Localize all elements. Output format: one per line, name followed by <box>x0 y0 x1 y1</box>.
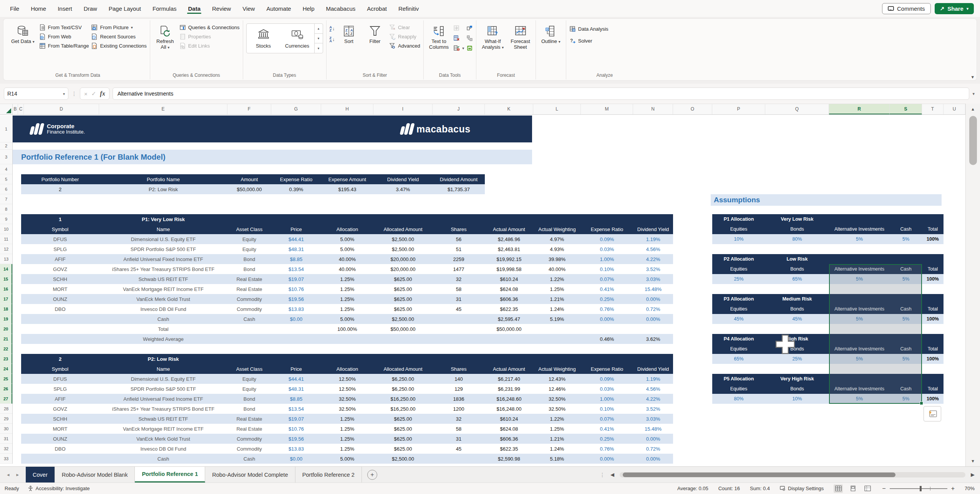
cell[interactable]: 39.98% <box>533 254 581 264</box>
sheet-tab[interactable]: Cover <box>26 467 55 482</box>
cell[interactable]: 1.00% <box>581 394 633 404</box>
menu-tab[interactable]: Formulas <box>148 2 181 15</box>
cell[interactable]: 0.00% <box>581 454 633 464</box>
cell[interactable]: 0.10% <box>581 264 633 274</box>
column-header[interactable]: T <box>922 104 944 114</box>
gallery-more-button[interactable]: ▾ <box>315 43 323 53</box>
table-header-cell[interactable]: Actual Weighting <box>533 224 581 234</box>
cell[interactable]: Total <box>99 324 227 334</box>
cell[interactable] <box>922 254 944 264</box>
table-header-cell[interactable]: Dividend Yield <box>373 174 433 184</box>
currencies-button[interactable]: Currencies <box>280 24 314 53</box>
cell[interactable]: 1.24% <box>533 304 581 314</box>
cell[interactable]: 0.76% <box>581 304 633 314</box>
cell[interactable]: $0.00 <box>271 454 321 464</box>
cell[interactable]: $19.56 <box>271 294 321 304</box>
table-header-cell[interactable]: Name <box>99 364 227 374</box>
allocation-name-cell[interactable]: P4 Allocation <box>712 334 765 344</box>
cell[interactable]: Commodity <box>227 304 271 314</box>
menu-tab[interactable]: Home <box>26 2 51 15</box>
cell[interactable]: 32.50% <box>321 394 373 404</box>
row-header[interactable]: 16 <box>0 284 12 294</box>
cell[interactable]: $625.00 <box>373 304 433 314</box>
cell[interactable]: 0.07% <box>581 274 633 284</box>
cell[interactable]: 1.25% <box>321 284 373 294</box>
cell[interactable]: 0.00% <box>633 454 673 464</box>
cell[interactable]: 4.22% <box>633 254 673 264</box>
row-header[interactable]: 19 <box>0 314 12 324</box>
zoom-slider[interactable] <box>890 488 947 489</box>
menu-tab[interactable]: Insert <box>53 2 77 15</box>
cell[interactable]: $20,000.00 <box>373 254 433 264</box>
row-header[interactable]: 24 <box>0 364 12 374</box>
cell[interactable]: 45% <box>712 314 765 324</box>
table-header-cell[interactable]: Dividend Amount <box>433 174 485 184</box>
cell[interactable] <box>922 334 944 344</box>
cell[interactable]: Anfield Universal Fixed Income ETF <box>99 254 227 264</box>
cell[interactable]: 0.46% <box>581 334 633 344</box>
cell[interactable] <box>433 454 485 464</box>
cell[interactable] <box>890 214 922 224</box>
cell[interactable]: $44.41 <box>271 234 321 244</box>
cell[interactable]: 1.25% <box>321 294 373 304</box>
cell[interactable]: $2,595.47 <box>485 314 533 324</box>
insert-function-icon[interactable]: fx <box>100 90 105 97</box>
cell[interactable]: OUNZ <box>21 294 99 304</box>
risk-level-cell[interactable]: Very Low Risk <box>765 214 829 224</box>
cell[interactable]: GOVZ <box>21 264 99 274</box>
cell[interactable]: 32 <box>433 414 485 424</box>
cell[interactable]: Weighted Average <box>99 334 227 344</box>
cell[interactable]: 140 <box>433 374 485 384</box>
cell[interactable]: SPDR Portfolio S&P 500 ETF <box>99 384 227 394</box>
status-sum[interactable]: Sum: 0.4 <box>750 486 770 491</box>
cell[interactable]: Equity <box>227 244 271 254</box>
cell[interactable]: Equity <box>227 384 271 394</box>
cell[interactable]: Equity <box>227 234 271 244</box>
fill-handle[interactable] <box>920 401 923 405</box>
cell[interactable]: Real Estate <box>227 274 271 284</box>
allocation-name-cell[interactable]: P5 Allocation <box>712 374 765 384</box>
column-header[interactable]: J <box>433 104 485 114</box>
flash-fill-button[interactable] <box>453 25 464 31</box>
cell[interactable]: 2 <box>21 184 99 194</box>
cell[interactable]: $625.00 <box>373 274 433 284</box>
text-to-columns-button[interactable]: Text to Columns <box>427 23 451 51</box>
cell[interactable]: 58 <box>433 424 485 434</box>
cell[interactable]: 1.25% <box>321 414 373 424</box>
menu-tab[interactable]: Page Layout <box>104 2 146 15</box>
cell[interactable]: 40.00% <box>321 264 373 274</box>
row-header[interactable]: 6 <box>0 184 12 194</box>
cell[interactable] <box>922 374 944 384</box>
normal-view-button[interactable] <box>834 484 843 493</box>
hscroll-right-arrow[interactable]: ▶ <box>971 472 975 477</box>
cell[interactable]: 0.41% <box>581 284 633 294</box>
cell[interactable]: 1.21% <box>533 434 581 444</box>
status-average[interactable]: Average: 0.05 <box>677 486 708 491</box>
from-picture-button[interactable]: From Picture ▾ <box>91 24 146 31</box>
cell[interactable]: $624.08 <box>485 284 533 294</box>
row-header[interactable]: 29 <box>0 414 12 424</box>
column-header[interactable]: G <box>271 104 321 114</box>
cell[interactable]: $625.00 <box>373 434 433 444</box>
cell[interactable]: 0.00% <box>633 314 673 324</box>
sort-button[interactable]: ZAAZ Sort <box>337 23 361 45</box>
cell[interactable]: 0.09% <box>581 234 633 244</box>
row-header[interactable]: 17 <box>0 294 12 304</box>
cell[interactable]: 3.47% <box>373 184 433 194</box>
cell[interactable]: $16,248.60 <box>485 394 533 404</box>
cell[interactable]: Cash <box>99 454 227 464</box>
cell[interactable]: 0.41% <box>581 424 633 434</box>
horizontal-scroll-thumb[interactable] <box>623 473 895 477</box>
cell[interactable]: MORT <box>21 424 99 434</box>
row-header[interactable]: 11 <box>0 234 12 244</box>
cell[interactable]: SCHH <box>21 274 99 284</box>
portfolio-number-cell[interactable]: 2 <box>21 354 99 364</box>
cell[interactable]: $2,500.00 <box>373 454 433 464</box>
row-header[interactable]: 23 <box>0 354 12 364</box>
table-header-cell[interactable]: Asset Class <box>227 364 271 374</box>
column-header[interactable]: E <box>99 104 227 114</box>
cell[interactable]: VanEck Merk Gold Trust <box>99 294 227 304</box>
cell[interactable]: 100% <box>922 314 944 324</box>
cell[interactable]: $625.00 <box>373 424 433 434</box>
cell[interactable]: 1.25% <box>321 304 373 314</box>
